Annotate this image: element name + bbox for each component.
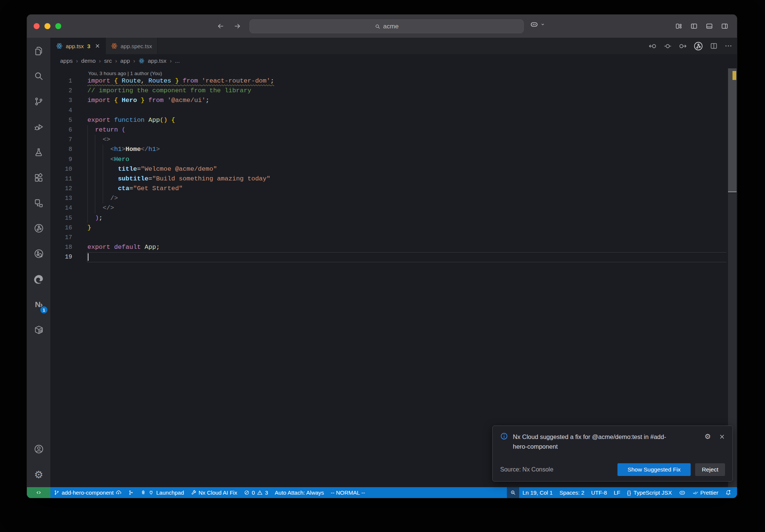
history-back-icon[interactable] [217,22,225,30]
code-text: import { Hero } from '@acme/ui'; [87,96,210,105]
encoding-item[interactable]: UTF-8 [588,487,610,498]
breadcrumb-item-demo[interactable]: demo [81,58,96,64]
notification-close-icon[interactable] [719,434,725,440]
sidebar-item-nx-console[interactable]: N› 1 [27,292,50,317]
more-actions-icon[interactable] [724,42,733,50]
gear-icon: ⚙ [34,470,43,480]
indentation-item[interactable]: Spaces: 2 [556,487,588,498]
code-line[interactable]: 19 [51,252,737,262]
sidebar-item-run-debug[interactable] [27,114,50,139]
cursor-position-item[interactable]: Ln 19, Col 1 [519,487,556,498]
code-line[interactable]: 18export default App; [51,242,737,252]
code-line[interactable]: 1import { Route, Routes } from 'react-ro… [51,76,737,86]
zoom-status-item[interactable] [507,487,519,498]
copilot-menu[interactable] [530,20,545,29]
sidebar-item-containers[interactable] [27,317,50,343]
toggle-panel-icon[interactable] [705,22,713,30]
close-icon[interactable] [95,43,100,49]
code-line[interactable]: 17 [51,233,737,242]
toggle-secondary-sidebar-icon[interactable] [721,22,729,30]
code-line[interactable]: 16} [51,223,737,233]
accounts-button[interactable] [27,436,50,462]
code-text: return ( [87,125,126,135]
sidebar-item-extensions[interactable] [27,165,50,190]
sidebar-item-workspace[interactable] [27,190,50,216]
code-line[interactable]: 15 ); [51,213,737,223]
line-number: 1 [51,76,72,86]
code-line[interactable]: 14 </> [51,203,737,213]
line-number: 11 [51,174,72,184]
code-line[interactable]: 4 [51,106,737,115]
git-branch-item[interactable]: add-hero-component [50,487,125,498]
git-graph-status-item[interactable] [125,487,137,498]
graph-circle-icon[interactable] [693,41,703,51]
reject-button[interactable]: Reject [695,463,725,476]
toggle-primary-sidebar-icon[interactable] [690,22,698,30]
eol-item[interactable]: LF [610,487,624,498]
chevron-right-icon: › [99,58,101,64]
auto-attach-item[interactable]: Auto Attach: Always [272,487,328,498]
settings-button[interactable]: ⚙ [27,462,50,487]
sidebar-item-explorer[interactable] [27,38,50,63]
breadcrumb-item-app[interactable]: app [120,58,130,64]
tab-bar: app.tsx 3 app.spec.tsx [51,38,737,54]
vim-mode-item[interactable]: -- NORMAL -- [327,487,368,498]
breadcrumb-item-file[interactable]: app.tsx [148,58,167,64]
code-line[interactable]: 12 cta="Get Started" [51,184,737,194]
close-window-button[interactable] [34,23,40,29]
editor-scrollbar[interactable] [728,68,737,487]
sidebar-item-source-control[interactable] [27,89,50,114]
code-line[interactable]: 6 return ( [51,125,737,135]
encoding-label: UTF-8 [591,489,607,496]
code-line[interactable]: 11 subtitle="Build something amazing tod… [51,174,737,184]
code-editor[interactable]: You, 3 hours ago | 1 author (You) 1impor… [51,68,737,487]
language-mode-item[interactable]: {} TypeScript JSX [623,487,675,498]
minimize-window-button[interactable] [44,23,50,29]
notification-gear-icon[interactable]: ⚙ [704,433,711,440]
sidebar-item-search[interactable] [27,63,50,89]
line-number: 5 [51,115,72,125]
launchpad-item[interactable]: Launchpad [137,487,187,498]
sidebar-item-testing[interactable] [27,139,50,165]
code-line[interactable]: 7 <> [51,135,737,145]
code-text: export function App() { [87,115,175,125]
history-forward-icon[interactable] [233,22,241,30]
bell-dot-icon [725,489,731,496]
breadcrumb-item-apps[interactable]: apps [60,58,73,64]
sidebar-item-edge-browser[interactable] [27,266,50,292]
sidebar-item-commit-search[interactable] [27,241,50,266]
code-line[interactable]: 3import { Hero } from '@acme/ui'; [51,96,737,105]
zoom-window-button[interactable] [55,23,61,29]
notifications-bell-item[interactable] [722,487,735,498]
code-line[interactable]: 8 <h1>Home</h1> [51,145,737,154]
remote-indicator[interactable] [27,487,50,498]
nav-back-circle-icon[interactable] [648,42,657,50]
command-center-search[interactable]: acme [250,19,524,33]
formatter-item[interactable]: Prettier [689,487,722,498]
scrollbar-thumb[interactable] [728,68,737,192]
nx-cloud-fix-item[interactable]: Nx Cloud AI Fix [188,487,241,498]
code-line[interactable]: 10 title="Welcmoe @acme/demo" [51,164,737,174]
warnings-icon [257,490,263,495]
customize-layout-icon[interactable] [675,22,683,30]
breadcrumb-item-src[interactable]: src [104,58,112,64]
code-text: cta="Get Started" [87,184,183,194]
code-line[interactable]: 2// importing the component from the lib… [51,86,737,96]
line-number: 13 [51,194,72,203]
code-line[interactable]: 5export function App() { [51,115,737,125]
code-line[interactable]: 13 /> [51,194,737,203]
code-line[interactable]: 9 <Hero [51,155,737,164]
split-editor-icon[interactable] [710,42,718,50]
blame-annotation[interactable]: You, 3 hours ago | 1 author (You) [51,68,737,76]
code-text: export default App; [87,242,160,252]
sidebar-item-git-graph[interactable] [27,216,50,241]
notification-message: Nx Cloud suggested a fix for @acme/demo:… [513,432,670,451]
nav-current-circle-icon[interactable] [663,42,672,50]
copilot-status-item[interactable] [675,487,689,498]
tab-app-tsx[interactable]: app.tsx 3 [51,38,106,54]
show-suggested-fix-button[interactable]: Show Suggested Fix [617,463,691,476]
tab-app-spec-tsx[interactable]: app.spec.tsx [106,38,158,54]
breadcrumb-item-symbol[interactable]: ... [175,58,180,64]
nav-forward-circle-icon[interactable] [678,42,687,50]
problems-item[interactable]: 0 3 [241,487,272,498]
